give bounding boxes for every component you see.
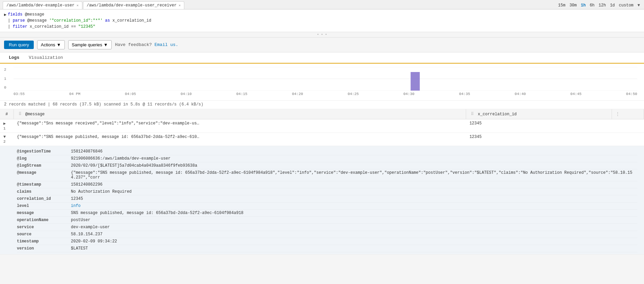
- field-row: messageSNS message published, message id…: [17, 210, 637, 217]
- x-label-0: 03:55: [14, 92, 25, 96]
- actions-button[interactable]: Actions ▼: [37, 40, 65, 49]
- tab-logs[interactable]: Logs: [4, 52, 24, 64]
- sample-queries-dropdown-icon: ▼: [104, 42, 108, 47]
- expanded-content: @ingestionTime1581240876846@log921906086…: [0, 146, 644, 254]
- stats-text: 2 records matched | 68 records (37.5 kB)…: [4, 102, 204, 107]
- stats-line: 2 records matched | 68 records (37.5 kB)…: [0, 101, 644, 109]
- tab-2-close[interactable]: ✕: [179, 3, 181, 7]
- sample-queries-button[interactable]: Sample queries ▼: [68, 40, 112, 49]
- x-label-3: 04:10: [181, 92, 192, 96]
- row-1-expand[interactable]: ▶: [3, 121, 6, 126]
- field-value: No Authorization Required: [71, 189, 637, 194]
- field-row: claimsNo Authorization Required: [17, 188, 637, 195]
- x-label-10: 04:45: [570, 92, 582, 96]
- table-row: ▼ 2 {"message":"SNS message published, m…: [0, 133, 644, 146]
- x-label-5: 04:20: [292, 92, 303, 96]
- field-value: 12345: [71, 196, 637, 201]
- row-1-correlation: 12345: [469, 121, 482, 126]
- field-row: levelinfo: [17, 203, 637, 210]
- query-text[interactable]: fields @message | parse @message '"corre…: [8, 11, 640, 30]
- x-label-11: 04:50: [626, 92, 637, 96]
- field-name: @ingestionTime: [17, 149, 71, 154]
- query-collapse-arrow[interactable]: ▶: [4, 12, 6, 17]
- x-label-9: 04:40: [515, 92, 526, 96]
- field-value: {"message":"SNS message published, messa…: [71, 170, 637, 180]
- run-query-button[interactable]: Run query: [4, 41, 34, 49]
- chart-svg: [14, 67, 637, 91]
- field-value: $LATEST: [71, 246, 637, 251]
- field-name: timestamp: [17, 239, 71, 244]
- time-1h[interactable]: 1h: [580, 2, 587, 8]
- result-tabs: Logs Visualization: [0, 52, 644, 64]
- field-value: SNS message published, message id: 656a3…: [71, 211, 637, 215]
- svg-rect-3: [411, 72, 420, 91]
- row-2-message-cell: {"message":"SNS message published, messa…: [14, 133, 466, 146]
- x-label-6: 04:25: [348, 92, 359, 96]
- row-1-message-cell: {"message":"Sns message received","level…: [14, 119, 466, 133]
- row-2-correlation-cell: 12345: [466, 133, 612, 146]
- time-30m[interactable]: 30m: [568, 2, 578, 8]
- row-2-correlation: 12345: [469, 135, 482, 139]
- col-correlation-header[interactable]: ⠿ x_correlation_id: [466, 109, 612, 119]
- field-name: correlation_id: [17, 196, 71, 201]
- field-row: @message{"message":"SNS message publishe…: [17, 169, 637, 181]
- log-group-tab-1[interactable]: /aws/lambda/dev-example-user ✕: [3, 1, 82, 9]
- x-label-1: 04 PM: [69, 92, 80, 96]
- row-2-more-cell: [612, 133, 644, 146]
- x-label-4: 04:15: [236, 92, 247, 96]
- row-1-more-cell: [612, 119, 644, 133]
- time-6h[interactable]: 6h: [588, 2, 596, 8]
- col-message-drag: ⠿: [19, 112, 22, 117]
- time-selector: 15m 30m 1h 6h 12h 1d custom ▼: [557, 2, 641, 8]
- field-row: @timestamp1581240862296: [17, 181, 637, 188]
- row-2-num: 2: [3, 140, 6, 144]
- y-label-0: 0: [4, 86, 6, 90]
- row-1-message: {"message":"Sns message received","level…: [17, 121, 199, 126]
- x-label-2: 04:05: [125, 92, 136, 96]
- field-name: @message: [17, 170, 71, 180]
- expanded-row-detail: @ingestionTime1581240876846@log921906086…: [0, 146, 644, 255]
- field-value: 921906086636:/aws/lambda/dev-example-use…: [71, 156, 637, 161]
- feedback-link[interactable]: Email us.: [155, 42, 178, 47]
- time-12h[interactable]: 12h: [597, 2, 608, 8]
- field-value: 1581240862296: [71, 182, 637, 187]
- row-2-expand[interactable]: ▼: [3, 135, 6, 139]
- field-row: correlation_id12345: [17, 195, 637, 203]
- time-1d[interactable]: 1d: [609, 2, 616, 8]
- query-editor: ▶ fields @message | parse @message '"cor…: [0, 9, 644, 32]
- chart-x-labels: 03:55 04 PM 04:05 04:10 04:15 04:20 04:2…: [14, 92, 637, 96]
- time-15m[interactable]: 15m: [557, 2, 567, 8]
- log-group-tab-2[interactable]: /aws/lambda/dev-example-user_receiver ✕: [83, 1, 184, 9]
- field-row: @logStream2020/02/09/[$LATEST]5a7d04cab4…: [17, 162, 637, 169]
- expanded-detail-cell: @ingestionTime1581240876846@log921906086…: [0, 146, 644, 255]
- query-resize-handle[interactable]: • • •: [0, 32, 644, 38]
- time-dropdown-arrow[interactable]: ▼: [636, 2, 641, 8]
- field-row: @log921906086636:/aws/lambda/dev-example…: [17, 155, 637, 162]
- field-row: source58.10.154.237: [17, 231, 637, 238]
- field-name: @logStream: [17, 163, 71, 168]
- tab-1-label: /aws/lambda/dev-example-user: [6, 3, 75, 8]
- table-header-row: # ⠿ @message ⠿ x_correlation_id ⋮: [0, 109, 644, 119]
- feedback-text: Have feedback? Email us.: [115, 42, 178, 47]
- tab-1-close[interactable]: ✕: [77, 3, 79, 7]
- chart-area: 0 1 2 03:55 04 PM 04:05 04:10 04:15 04:2…: [0, 64, 644, 101]
- col-message-label: @message: [25, 112, 45, 117]
- col-message-header[interactable]: ⠿ @message: [14, 109, 466, 119]
- col-correlation-label: x_correlation_id: [478, 112, 517, 117]
- field-name: message: [17, 211, 71, 215]
- col-more-header[interactable]: ⋮: [612, 109, 644, 119]
- sample-queries-label: Sample queries: [72, 42, 102, 47]
- field-name: version: [17, 246, 71, 251]
- field-value: 2020/02/09/[$LATEST]5a7d04cab4a0439aa834…: [71, 163, 637, 168]
- field-name: level: [17, 204, 71, 208]
- field-name: source: [17, 232, 71, 237]
- field-value: dev-example-user: [71, 225, 637, 230]
- chart-y-labels: 0 1 2: [4, 68, 6, 90]
- field-value: 1581240876846: [71, 149, 637, 154]
- col-num-header: #: [0, 109, 14, 119]
- feedback-label: Have feedback?: [115, 42, 152, 47]
- y-label-1: 1: [4, 77, 6, 81]
- field-name: @timestamp: [17, 182, 71, 187]
- tab-visualization[interactable]: Visualization: [24, 52, 68, 64]
- time-custom[interactable]: custom: [618, 2, 635, 8]
